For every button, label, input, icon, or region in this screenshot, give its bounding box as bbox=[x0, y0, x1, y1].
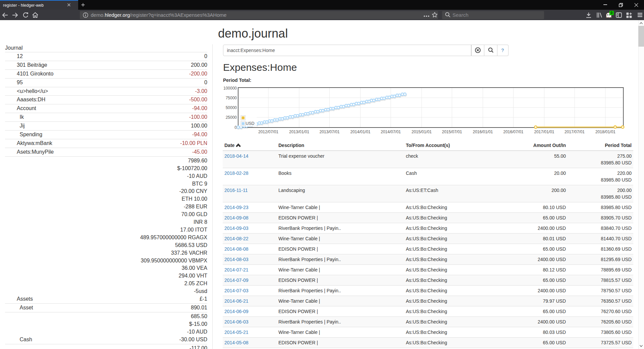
svg-text:2012/07/01: 2012/07/01 bbox=[258, 130, 278, 134]
svg-text:2014/01/01: 2014/01/01 bbox=[350, 130, 370, 134]
svg-text:2015/07/01: 2015/07/01 bbox=[442, 130, 462, 134]
svg-text:2013/07/01: 2013/07/01 bbox=[319, 130, 339, 134]
svg-text:2017/07/01: 2017/07/01 bbox=[565, 130, 585, 134]
svg-text:50000: 50000 bbox=[226, 105, 237, 110]
svg-text:100000: 100000 bbox=[223, 86, 237, 91]
svg-text:2015/01/01: 2015/01/01 bbox=[412, 130, 432, 134]
svg-text:75000: 75000 bbox=[226, 96, 237, 100]
svg-text:2018/01/01: 2018/01/01 bbox=[595, 130, 615, 134]
svg-text:2014/07/01: 2014/07/01 bbox=[381, 130, 401, 134]
svg-text:2013/01/01: 2013/01/01 bbox=[289, 130, 309, 134]
svg-text:2016/01/01: 2016/01/01 bbox=[473, 130, 493, 134]
svg-text:25000: 25000 bbox=[226, 115, 237, 120]
svg-text:2016/07/01: 2016/07/01 bbox=[503, 130, 523, 134]
svg-text:2017/01/01: 2017/01/01 bbox=[534, 130, 554, 134]
svg-text:USD: USD bbox=[246, 121, 254, 126]
